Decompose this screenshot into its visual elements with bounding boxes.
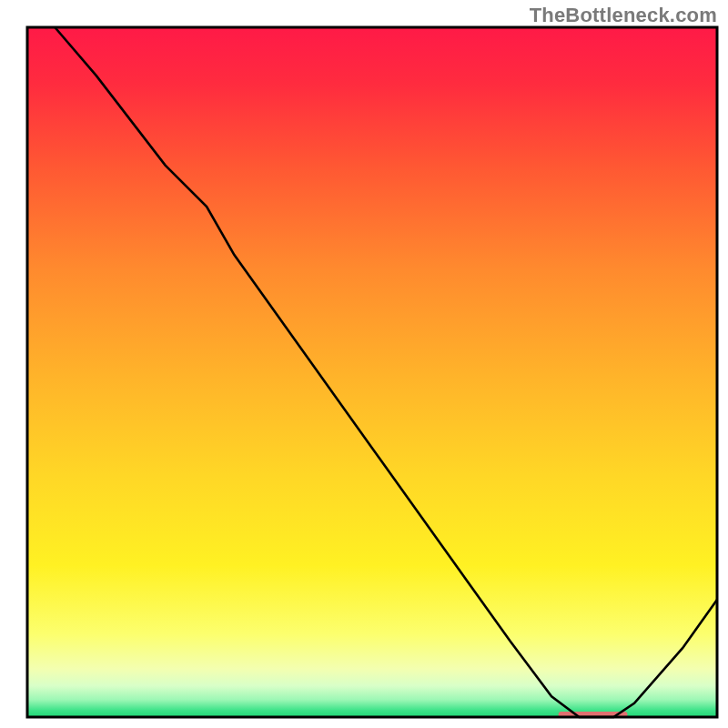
chart-svg xyxy=(0,0,728,728)
chart-container: TheBottleneck.com xyxy=(0,0,728,728)
plot-background xyxy=(27,27,717,717)
